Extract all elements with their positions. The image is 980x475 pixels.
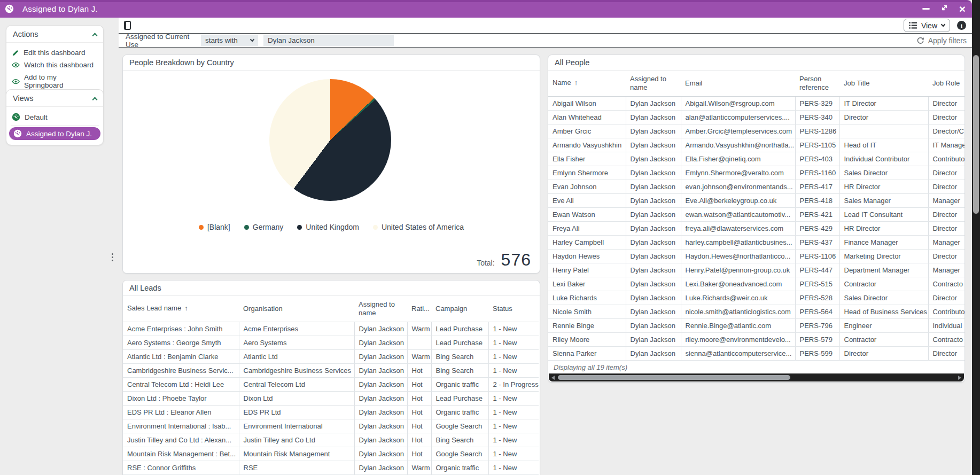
legend-label: [Blank] <box>207 223 230 231</box>
table-row[interactable]: Ella FisherDylan JacksonElla.Fisher@qine… <box>548 152 965 166</box>
table-row[interactable]: Emlynn ShermoreDylan JacksonEmlynn.Sherm… <box>548 166 965 180</box>
column-header[interactable]: Assigned to name <box>626 71 681 96</box>
view-item-assigned-to-dylan[interactable]: Assigned to Dylan J. <box>9 127 100 140</box>
column-header[interactable]: Rati... <box>407 296 431 322</box>
scrollbar-thumb[interactable] <box>558 375 790 380</box>
column-header[interactable]: Job Title <box>839 71 928 96</box>
table-cell: Director <box>928 346 965 360</box>
vertical-scrollbar[interactable] <box>972 0 980 475</box>
table-row[interactable]: Alan WhiteheadDylan Jacksonalan@atlantic… <box>548 110 965 124</box>
table-row[interactable]: Amber GrcicDylan JacksonAmber.Grcic@temp… <box>548 124 965 138</box>
minimize-button[interactable] <box>922 8 930 10</box>
table-cell: PERS-417 <box>795 180 839 193</box>
table-row[interactable]: Cambridgeshire Business Servic...Cambrid… <box>123 363 539 377</box>
table-cell: PERS-579 <box>795 332 839 346</box>
table-row[interactable]: Harley CampbellDylan Jacksonharley.campb… <box>548 235 965 249</box>
chevron-down-icon <box>941 22 945 26</box>
table-row[interactable]: Evan JohnsonDylan Jacksonevan.johnson@en… <box>548 180 965 193</box>
table-row[interactable]: Central Telecom Ltd : Heidi LeeCentral T… <box>123 377 539 391</box>
table-cell: Contracto <box>928 277 965 291</box>
collapse-chevron-icon[interactable] <box>92 33 98 38</box>
table-cell: Dylan Jackson <box>354 377 407 391</box>
info-icon[interactable]: i <box>957 21 966 30</box>
sidebar-toggle-icon[interactable] <box>124 21 131 30</box>
table-cell: Ella Fisher <box>548 152 626 166</box>
scroll-right-arrow-icon[interactable] <box>958 376 961 380</box>
action-edit-dashboard[interactable]: Edit this dashboard <box>6 46 103 59</box>
table-row[interactable]: Lexi BakerDylan JacksonLexi.Baker@oneadv… <box>548 277 965 291</box>
table-row[interactable]: Ewan WatsonDylan Jacksonewan.watson@atla… <box>548 207 965 221</box>
table-cell: ewan.watson@atlanticautomotiv... <box>681 207 795 221</box>
legend-item[interactable]: United Kingdom <box>297 223 359 231</box>
legend-item[interactable]: Germany <box>244 223 284 231</box>
legend-item[interactable]: [Blank] <box>199 223 230 231</box>
table-row[interactable]: Freya AliDylan Jacksonfreya.ali@dlawater… <box>548 221 965 235</box>
table-row[interactable]: Luke RichardsDylan JacksonLuke.Richards@… <box>548 291 965 305</box>
table-cell: PERS-1106 <box>795 249 839 263</box>
apply-filters-button[interactable]: Apply filters <box>916 36 967 45</box>
table-cell: Alan Whitehead <box>548 110 626 124</box>
table-cell: HR Director <box>839 180 928 193</box>
panel-drag-handle[interactable] <box>110 253 115 261</box>
table-row[interactable]: Eve AliDylan JacksonEve.Ali@berkeleygrou… <box>548 193 965 207</box>
table-cell: Atlantic Ltd <box>239 349 354 363</box>
table-row[interactable]: Abigail WilsonDylan JacksonAbigail.Wilso… <box>548 96 965 110</box>
table-row[interactable]: Justin Tilley and Co Ltd : Alexan...Just… <box>123 433 539 447</box>
table-row[interactable]: Mountain Risk Management : Bet...Mountai… <box>123 447 539 461</box>
table-row[interactable]: Haydon HewesDylan JacksonHaydon.Hewes@no… <box>548 249 965 263</box>
table-cell: Dylan Jackson <box>626 318 681 332</box>
legend-item[interactable]: United States of America <box>373 223 464 231</box>
filter-value-input[interactable] <box>263 35 394 46</box>
column-header[interactable]: Name↑ <box>548 71 626 96</box>
table-cell: freya.ali@dlawaterservices.com <box>681 221 795 235</box>
pie-chart[interactable] <box>269 79 391 201</box>
column-header[interactable]: Email <box>681 71 795 96</box>
column-header[interactable]: Person reference <box>795 71 839 96</box>
column-header[interactable]: Organisation <box>239 296 354 322</box>
table-cell: PERS-564 <box>795 305 839 318</box>
table-row[interactable]: Environment International : Isab...Envir… <box>123 419 539 433</box>
scrollbar-thumb[interactable] <box>973 55 979 214</box>
table-row[interactable]: Riley MooreDylan Jacksonriley.moore@envi… <box>548 332 965 346</box>
table-row[interactable]: Dixon Ltd : Phoebe TaylorDixon LtdDylan … <box>123 391 539 405</box>
filter-operator-select[interactable]: starts with <box>201 35 258 46</box>
all-leads-panel: All Leads Sales Lead name↑OrganisationAs… <box>122 280 540 475</box>
scroll-left-arrow-icon[interactable] <box>551 376 555 380</box>
collapse-chevron-icon[interactable] <box>92 97 98 102</box>
table-row[interactable]: Atlantic Ltd : Benjamin ClarkeAtlantic L… <box>123 349 539 363</box>
table-cell: Hot <box>407 405 431 419</box>
table-row[interactable]: Armando VasyushkhinDylan JacksonArmando.… <box>548 138 965 152</box>
action-add-springboard[interactable]: Add to my Springboard <box>6 71 103 91</box>
action-watch-dashboard[interactable]: Watch this dashboard <box>6 59 103 71</box>
table-cell: PERS-403 <box>795 152 839 166</box>
toolbar: View i Assigned to Current Use starts wi… <box>119 18 972 48</box>
table-cell: EDS PR Ltd <box>239 405 354 419</box>
table-row[interactable]: RSE : Connor GriffithsRSEDylan JacksonWa… <box>123 461 539 474</box>
column-header[interactable]: Status <box>488 296 539 322</box>
chart-legend: [Blank] Germany United Kingdom United St… <box>123 223 540 231</box>
column-header[interactable]: Job Role <box>928 71 965 96</box>
table-row[interactable]: EDS PR Ltd : Eleanor AllenEDS PR LtdDyla… <box>123 405 539 419</box>
header-row: Sales Lead name↑OrganisationAssigned to … <box>123 296 539 322</box>
view-item-default[interactable]: Default <box>6 111 103 123</box>
table-row[interactable]: Rennie BingeDylan JacksonRennie.Binge@at… <box>548 318 965 332</box>
table-row[interactable]: Sienna ParkerDylan Jacksonsienna@atlanti… <box>548 346 965 360</box>
table-cell: IT Manage <box>928 138 965 152</box>
list-icon <box>909 22 917 29</box>
people-count-status: Displaying all 19 item(s) <box>548 361 965 374</box>
table-row[interactable]: Henry PatelDylan JacksonHenry.Patel@penn… <box>548 263 965 277</box>
table-row[interactable]: Aero Systems : George SmythAero SystemsD… <box>123 336 539 349</box>
maximize-button[interactable] <box>940 4 948 14</box>
header-row: Name↑Assigned to nameEmailPerson referen… <box>548 71 965 96</box>
column-header[interactable]: Sales Lead name↑ <box>123 296 239 322</box>
column-header[interactable]: Campaign <box>431 296 488 322</box>
horizontal-scrollbar[interactable] <box>549 373 964 381</box>
table-cell <box>839 124 928 138</box>
view-button[interactable]: View <box>904 19 950 32</box>
table-cell: Emlynn.Shermore@veralto.com <box>681 166 795 180</box>
table-cell: Dylan Jackson <box>354 349 407 363</box>
table-row[interactable]: Acme Enterprises : John SmithAcme Enterp… <box>123 322 539 336</box>
close-button[interactable]: × <box>959 3 966 14</box>
table-row[interactable]: Nicole SmithDylan Jacksonnicole.smith@at… <box>548 305 965 318</box>
column-header[interactable]: Assigned to name <box>354 296 407 322</box>
